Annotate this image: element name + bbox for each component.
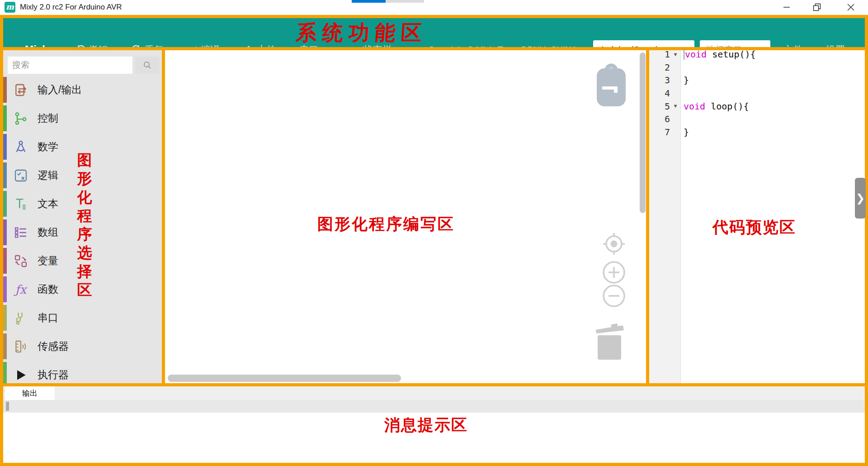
- category-label: 控制: [38, 111, 58, 125]
- code-line: 5▼void loop(){: [649, 100, 756, 113]
- category-color-bar: [3, 333, 7, 359]
- minimize-button[interactable]: [776, 0, 797, 14]
- serial-icon: [13, 310, 28, 326]
- category-color-bar: [3, 276, 7, 302]
- close-button[interactable]: [840, 0, 861, 14]
- category-label: 变量: [38, 254, 58, 268]
- search-icon: [143, 61, 152, 70]
- line-number: 1: [649, 49, 670, 60]
- code-line: 6: [649, 113, 756, 126]
- output-message-line: [3, 400, 865, 413]
- close-icon: [847, 4, 854, 11]
- sidebar-category-list: 输入/输出控制数学逻辑文本数组变量ƒx函数串口传感器执行器: [3, 76, 162, 389]
- category-color-bar: [3, 134, 7, 160]
- math-icon: [13, 139, 28, 155]
- sidebar-category-item[interactable]: 变量: [3, 247, 162, 275]
- canvas-vertical-scrollbar[interactable]: [640, 52, 646, 213]
- category-label: 输入/输出: [38, 83, 82, 97]
- code-line: 7}: [649, 126, 756, 139]
- category-color-bar: [3, 105, 7, 131]
- sidebar-category-item[interactable]: 输入/输出: [3, 76, 162, 104]
- category-label: 串口: [38, 311, 58, 325]
- category-color-bar: [3, 162, 7, 188]
- title-bar: m Mixly 2.0 rc2 For Arduino AVR: [0, 0, 868, 15]
- category-label: 文本: [38, 197, 58, 211]
- sidebar-category-item[interactable]: 串口: [3, 304, 162, 332]
- search-input[interactable]: [8, 57, 132, 74]
- code-panel-expand-handle[interactable]: ❯: [855, 178, 866, 219]
- code-text: void loop(){: [681, 101, 749, 112]
- chevron-right-icon: ❯: [856, 192, 865, 204]
- mixly-window: m Mixly 2.0 rc2 For Arduino AVR Mixly 撤销…: [0, 0, 868, 466]
- logic-icon: [13, 168, 28, 183]
- sidebar-category-item[interactable]: 控制: [3, 104, 162, 133]
- toolbar-region: Mixly 撤销 重复 编译 上传 •串口 状态栏 Copyright © Mi…: [0, 15, 868, 50]
- window-title: Mixly 2.0 rc2 For Arduino AVR: [20, 3, 122, 12]
- category-label: 传感器: [38, 339, 69, 353]
- text-cursor: [684, 49, 684, 60]
- sidebar-category-item[interactable]: 逻辑: [3, 161, 162, 190]
- category-label: 执行器: [38, 368, 69, 382]
- output-caret-marker: [6, 402, 9, 411]
- restore-icon: [813, 3, 821, 11]
- code-editor[interactable]: 1▼void setup(){23}45▼void loop(){67}: [649, 48, 756, 138]
- sidebar-category-item[interactable]: ƒx函数: [3, 275, 162, 304]
- message-output-region: 输出: [0, 383, 868, 466]
- search-button[interactable]: [135, 57, 160, 74]
- function-icon: ƒx: [13, 282, 28, 297]
- output-tabbar: 输出: [3, 386, 865, 400]
- code-line: 1▼void setup(){: [649, 48, 756, 61]
- sensor-icon: [13, 339, 28, 354]
- titlebar-accent-gray: [386, 0, 424, 3]
- category-color-bar: [3, 191, 7, 217]
- text-icon: [13, 196, 28, 212]
- code-line: 2: [649, 61, 756, 74]
- fold-arrow-icon[interactable]: ▼: [670, 103, 681, 109]
- blocks-workspace-region[interactable]: [162, 47, 649, 386]
- zoom-out-button[interactable]: [601, 283, 627, 309]
- line-number: 6: [649, 114, 670, 124]
- line-number: 7: [649, 127, 670, 138]
- block-category-region: 输入/输出控制数学逻辑文本数组变量ƒx函数串口传感器执行器: [0, 47, 165, 386]
- canvas-horizontal-scrollbar[interactable]: [168, 375, 401, 382]
- code-line: 3}: [649, 74, 756, 87]
- zoom-in-button[interactable]: [601, 260, 627, 285]
- code-text: void setup(){: [681, 49, 756, 60]
- sidebar-category-item[interactable]: 文本: [3, 190, 162, 218]
- code-text: }: [681, 75, 689, 86]
- line-number: 5: [649, 101, 670, 112]
- sidebar-category-item[interactable]: 传感器: [3, 332, 162, 361]
- category-label: 数学: [38, 140, 58, 154]
- expand-arrow-icon: [13, 367, 28, 383]
- minimize-icon: [783, 4, 790, 11]
- variable-icon: [13, 253, 28, 269]
- sidebar-category-item[interactable]: 数组: [3, 218, 162, 247]
- titlebar-accent-blue: [352, 0, 386, 3]
- tab-output[interactable]: 输出: [5, 386, 55, 400]
- code-text: }: [681, 127, 689, 138]
- control-icon: [13, 111, 28, 126]
- category-color-bar: [3, 77, 7, 103]
- array-icon: [13, 225, 28, 240]
- app-logo-icon: m: [5, 2, 15, 13]
- line-number: 2: [649, 62, 670, 73]
- backpack-icon[interactable]: [593, 60, 629, 107]
- line-number: 3: [649, 75, 670, 86]
- line-number: 4: [649, 88, 670, 99]
- sidebar-category-item[interactable]: 数学: [3, 133, 162, 161]
- code-line: 4: [649, 87, 756, 100]
- category-color-bar: [3, 219, 7, 245]
- restore-button[interactable]: [807, 0, 827, 14]
- io-icon: [13, 82, 28, 98]
- trash-icon[interactable]: [593, 323, 626, 361]
- center-view-button[interactable]: [601, 231, 627, 257]
- category-label: 数组: [38, 225, 58, 239]
- category-label: 逻辑: [38, 168, 58, 182]
- fold-arrow-icon[interactable]: ▼: [670, 52, 681, 57]
- category-color-bar: [3, 248, 7, 274]
- category-label: 函数: [38, 282, 58, 296]
- category-color-bar: [3, 305, 7, 331]
